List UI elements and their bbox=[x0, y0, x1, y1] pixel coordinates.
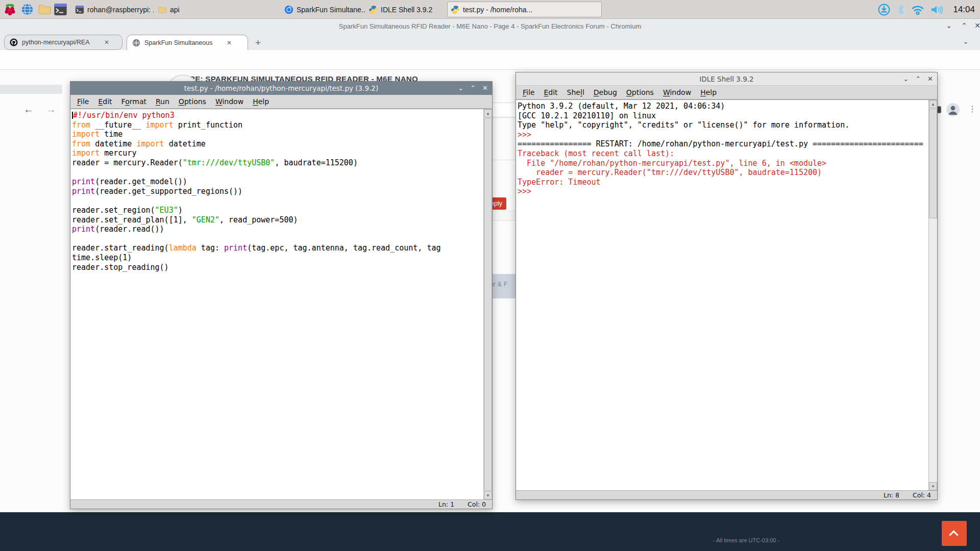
menu-edit[interactable]: Edit bbox=[93, 97, 116, 106]
terminal-launcher-icon[interactable] bbox=[54, 3, 67, 16]
scroll-down-arrow-icon[interactable]: ▼ bbox=[929, 482, 937, 490]
tab-sparkfun-forum[interactable]: SparkFun Simultaneous ✕ bbox=[127, 35, 248, 50]
shell-line: Python 3.9.2 (default, Mar 12 2021, 04:0… bbox=[518, 102, 928, 111]
browser-minimize-icon[interactable]: ⌄ bbox=[943, 21, 954, 32]
scrollbar-thumb[interactable] bbox=[929, 109, 937, 218]
tab-list-chevron-icon[interactable]: ⌄ bbox=[963, 37, 969, 45]
browser-close-icon[interactable]: ✕ bbox=[972, 21, 980, 32]
menu-help[interactable]: Help bbox=[696, 88, 721, 96]
code-line: reader.start_reading(lambda tag: print(t… bbox=[72, 243, 483, 253]
volume-icon[interactable] bbox=[930, 4, 944, 16]
file-manager-icon[interactable] bbox=[38, 3, 52, 16]
code-line: reader.set_region("EU3") bbox=[72, 206, 483, 215]
taskbar-window-label: api bbox=[170, 6, 180, 14]
code-line: reader = mercury.Reader("tmr:///dev/ttyU… bbox=[72, 158, 483, 168]
tab-close-icon[interactable]: ✕ bbox=[225, 39, 233, 47]
browser-maximize-icon[interactable]: ⌃ bbox=[959, 21, 970, 32]
editor-code[interactable]: #!/usr/bin/env python3from __future__ im… bbox=[70, 109, 483, 499]
code-line: from datetime import datetime bbox=[72, 139, 483, 149]
taskbar-window-4[interactable]: IDLE Shell 3.9.2 bbox=[365, 2, 432, 17]
shell-titlebar[interactable]: IDLE Shell 3.9.2 ⌄ ⌃ ✕ bbox=[516, 72, 937, 86]
menu-file[interactable]: File bbox=[518, 88, 539, 96]
profile-avatar[interactable] bbox=[946, 103, 960, 116]
menu-help[interactable]: Help bbox=[248, 97, 274, 106]
editor-col-indicator: Col: 0 bbox=[468, 500, 486, 508]
downloads-updates-icon[interactable] bbox=[877, 4, 891, 16]
shell-col-indicator: Col: 4 bbox=[913, 491, 931, 499]
idle-shell-window: IDLE Shell 3.9.2 ⌄ ⌃ ✕ FileEditShellDebu… bbox=[516, 72, 938, 500]
shell-line: >>> bbox=[518, 187, 928, 196]
editor-titlebar[interactable]: test.py - /home/rohan/python-mercuryapi/… bbox=[70, 82, 492, 95]
taskbar-window-5[interactable]: test.py - /home/roha... bbox=[447, 2, 602, 17]
browser-tabstrip: python-mercuryapi/REA ✕ SparkFun Simulta… bbox=[0, 34, 980, 50]
menu-shell[interactable]: Shell bbox=[562, 88, 589, 96]
shell-maximize-icon[interactable]: ⌃ bbox=[915, 72, 921, 86]
scroll-to-top-button[interactable] bbox=[942, 521, 967, 546]
system-tray: 14:04 bbox=[877, 0, 980, 19]
taskbar-window-2[interactable]: api bbox=[155, 2, 215, 17]
code-line bbox=[72, 168, 483, 178]
editor-maximize-icon[interactable]: ⌃ bbox=[470, 82, 476, 95]
menu-file[interactable]: File bbox=[72, 97, 93, 106]
scroll-down-arrow-icon[interactable]: ▼ bbox=[484, 491, 492, 499]
browser-titlebar[interactable]: SparkFun Simultaneous RFID Reader - M6E … bbox=[0, 19, 980, 34]
menu-options[interactable]: Options bbox=[622, 88, 658, 96]
scrollbar-thumb[interactable] bbox=[484, 118, 492, 491]
code-line: print(reader.get_supported_regions()) bbox=[72, 187, 483, 196]
shell-line: ================ RESTART: /home/rohan/py… bbox=[518, 139, 928, 149]
code-line: import time bbox=[72, 130, 483, 139]
shell-scrollbar[interactable]: ▲ ▼ bbox=[928, 100, 937, 490]
browser-menu-kebab-icon[interactable]: ⋮ bbox=[968, 104, 976, 114]
new-tab-button[interactable]: + bbox=[255, 37, 261, 48]
tab-github-mercuryapi[interactable]: python-mercuryapi/REA ✕ bbox=[4, 35, 122, 50]
chromium-icon bbox=[284, 5, 293, 14]
editor-title: test.py - /home/rohan/python-mercuryapi/… bbox=[184, 84, 378, 92]
shell-output[interactable]: Python 3.9.2 (default, Mar 12 2021, 04:0… bbox=[516, 100, 928, 490]
browser-navbar: ← → forum.sparkfun.com/viewtopic.php?f=6… bbox=[0, 50, 980, 70]
taskbar-window-label: rohan@raspberrypi: ... bbox=[87, 6, 154, 14]
code-line: print(reader.read()) bbox=[72, 224, 483, 234]
shell-line: >>> bbox=[518, 130, 928, 140]
menu-window[interactable]: Window bbox=[211, 97, 248, 106]
shell-line: File "/home/rohan/python-mercuryapi/test… bbox=[518, 159, 928, 168]
scroll-up-arrow-icon[interactable]: ▲ bbox=[929, 100, 937, 108]
editor-minimize-icon[interactable]: ⌄ bbox=[458, 82, 463, 95]
taskbar-window-label: IDLE Shell 3.9.2 bbox=[381, 6, 432, 14]
taskbar-window-3[interactable]: SparkFun Simultane... bbox=[281, 2, 365, 17]
footer-timezone-note: - All times are UTC-03:00 - bbox=[703, 537, 790, 543]
tab-label: SparkFun Simultaneous bbox=[144, 39, 221, 46]
code-line bbox=[72, 234, 483, 244]
menu-window[interactable]: Window bbox=[658, 88, 696, 96]
back-button[interactable]: ← bbox=[23, 104, 34, 115]
menu-debug[interactable]: Debug bbox=[589, 88, 622, 96]
editor-close-icon[interactable]: ✕ bbox=[482, 82, 488, 95]
editor-text-area[interactable]: #!/usr/bin/env python3from __future__ im… bbox=[70, 109, 492, 499]
python-icon bbox=[369, 5, 378, 14]
forward-button[interactable]: → bbox=[46, 104, 56, 115]
taskbar-window-label: test.py - /home/roha... bbox=[463, 6, 532, 14]
menu-edit[interactable]: Edit bbox=[539, 88, 562, 96]
code-line: #!/usr/bin/env python3 bbox=[72, 111, 483, 120]
chevron-up-icon bbox=[949, 530, 958, 539]
shell-line: TypeError: Timeout bbox=[518, 178, 928, 187]
menu-format[interactable]: Format bbox=[117, 97, 151, 106]
clock[interactable]: 14:04 bbox=[953, 5, 975, 15]
bluetooth-icon[interactable] bbox=[897, 4, 905, 16]
shell-line: Traceback (most recent call last): bbox=[518, 149, 928, 159]
shell-close-icon[interactable]: ✕ bbox=[927, 72, 933, 86]
menu-raspberry-icon[interactable] bbox=[3, 3, 17, 16]
editor-scrollbar[interactable]: ▲ ▼ bbox=[483, 109, 492, 499]
browser-window-title: SparkFun Simultaneous RFID Reader - M6E … bbox=[0, 22, 980, 30]
menu-run[interactable]: Run bbox=[151, 97, 174, 106]
editor-menubar: FileEditFormatRunOptionsWindowHelp bbox=[70, 95, 492, 109]
menu-options[interactable]: Options bbox=[174, 97, 211, 106]
wifi-icon[interactable] bbox=[911, 4, 924, 16]
tab-close-icon[interactable]: ✕ bbox=[103, 38, 111, 46]
code-line: print(reader.get_model()) bbox=[72, 177, 483, 187]
scroll-up-arrow-icon[interactable]: ▲ bbox=[484, 109, 492, 117]
shell-line: reader = mercury.Reader("tmr:///dev/ttyU… bbox=[518, 168, 928, 178]
shell-minimize-icon[interactable]: ⌄ bbox=[903, 72, 909, 86]
web-browser-icon[interactable] bbox=[20, 3, 34, 16]
shell-text-area[interactable]: Python 3.9.2 (default, Mar 12 2021, 04:0… bbox=[516, 99, 937, 490]
taskbar-window-1[interactable]: rohan@raspberrypi: ... bbox=[72, 2, 154, 17]
